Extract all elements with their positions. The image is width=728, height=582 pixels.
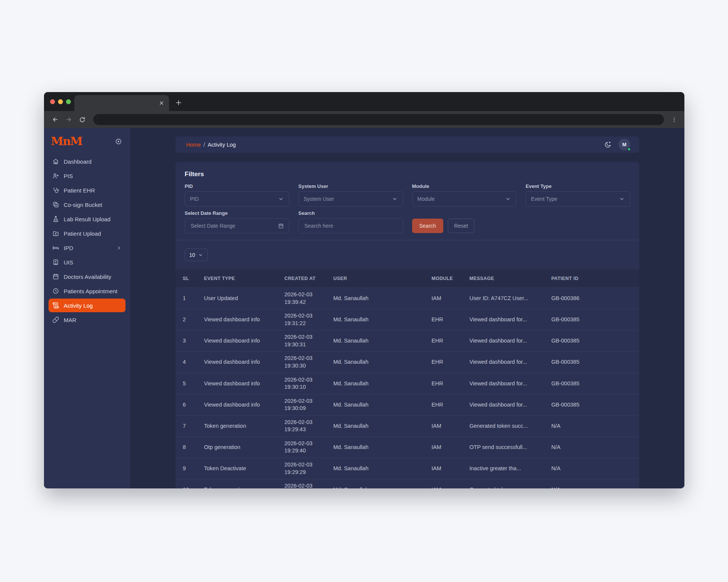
created-time: 19:30:31	[284, 341, 329, 349]
created-date: 2026-02-03	[284, 397, 329, 405]
created-date: 2026-02-03	[284, 461, 329, 469]
module-select[interactable]: Module	[412, 191, 517, 207]
bed-icon	[52, 244, 59, 251]
sidebar-item-ipd[interactable]: IPD	[49, 241, 126, 255]
cell-module: IAM	[431, 436, 469, 458]
system-user-select[interactable]: System User	[298, 191, 403, 207]
date-range-input[interactable]	[185, 218, 289, 233]
browser-menu-button[interactable]	[669, 115, 679, 125]
cell-module: IAM	[431, 479, 469, 488]
breadcrumb: Home / Activity Log	[186, 142, 236, 148]
search-input-text[interactable]	[304, 222, 398, 229]
flask-icon	[52, 216, 59, 222]
chevron-down-icon	[392, 196, 398, 202]
column-header-message: MESSAGE	[469, 269, 551, 288]
event-type-select-value: Event Type	[531, 196, 616, 202]
cell-message: Viewed dashboard for...	[469, 352, 551, 373]
sidebar-item-label: IPD	[64, 245, 73, 251]
created-date: 2026-02-03	[284, 355, 329, 362]
created-date: 2026-02-03	[284, 376, 329, 384]
cell-module: EHR	[431, 373, 469, 394]
cell-patient-id: GB-000385	[551, 394, 639, 415]
new-tab-button[interactable]	[173, 97, 184, 108]
sidebar-item-label: Activity Log	[64, 302, 93, 309]
sidebar-item-label: MAR	[64, 317, 76, 323]
cell-created-at: 2026-02-0319:30:09	[284, 394, 333, 415]
cell-event-type: Token generation	[204, 479, 284, 488]
column-header-module: MODULE	[431, 269, 469, 288]
search-input[interactable]	[298, 218, 403, 233]
column-header-created-at: CREATED AT	[284, 269, 333, 288]
cell-user: Md. Sanaullah	[333, 458, 431, 479]
cell-sl: 2	[176, 309, 204, 330]
forward-button[interactable]	[63, 114, 74, 125]
sidebar-item-lab-result-upload[interactable]: Lab Result Upload	[49, 212, 126, 226]
event-type-select[interactable]: Event Type	[526, 191, 630, 207]
sidebar-item-mar[interactable]: MAR	[49, 313, 126, 327]
page-size-select[interactable]: 10	[185, 249, 208, 261]
cell-sl: 7	[176, 415, 204, 436]
sidebar-item-dashboard[interactable]: Dashboard	[49, 155, 126, 168]
online-status-dot	[627, 147, 631, 151]
cell-event-type: Viewed dashboard info	[204, 352, 284, 373]
back-button[interactable]	[49, 114, 61, 125]
sidebar-item-doctors-availability[interactable]: Doctors Availability	[49, 270, 126, 283]
avatar[interactable]: M	[618, 139, 630, 150]
sidebar-item-activity-log[interactable]: Activity Log	[49, 299, 126, 312]
sidebar-item-co-sign-bucket[interactable]: Co-sign Bucket	[49, 198, 126, 211]
topbar-actions: M	[604, 139, 630, 150]
date-range-input-text[interactable]	[190, 222, 275, 229]
system-user-select-value: System User	[304, 196, 389, 202]
sidebar-item-patients-appointment[interactable]: Patients Appointment	[49, 284, 126, 298]
cell-sl: 9	[176, 458, 204, 479]
sidebar-item-pis[interactable]: PIS	[49, 169, 126, 183]
cell-sl: 8	[176, 436, 204, 458]
calendar-icon	[52, 273, 59, 280]
pagesize-row: 10	[176, 240, 639, 269]
reset-button[interactable]: Reset	[448, 219, 475, 233]
cell-module: IAM	[431, 415, 469, 436]
sidebar-toggle-button[interactable]	[114, 137, 122, 146]
sidebar-item-label: Doctors Availability	[64, 274, 111, 280]
activity-log-table: SLEVENT TYPECREATED ATUSERMODULEMESSAGEP…	[176, 269, 639, 488]
pid-field: PIDPID	[185, 183, 289, 207]
cell-patient-id: N/A	[551, 415, 639, 436]
theme-toggle-moon-icon[interactable]	[604, 141, 612, 149]
copy-check-icon	[52, 201, 59, 208]
cell-created-at: 2026-02-0319:30:10	[284, 373, 333, 394]
sidebar-nav: DashboardPISPatient EHRCo-sign BucketLab…	[49, 155, 126, 327]
address-bar[interactable]	[93, 114, 664, 125]
window-minimize-button[interactable]	[58, 99, 63, 104]
cell-message: Generated token succ...	[469, 415, 551, 436]
pid-select[interactable]: PID	[185, 191, 289, 207]
created-time: 19:39:42	[284, 299, 329, 306]
cell-patient-id: N/A	[551, 458, 639, 479]
cell-sl: 6	[176, 394, 204, 415]
sidebar-item-label: Dashboard	[64, 158, 91, 165]
window-close-button[interactable]	[50, 99, 55, 104]
reload-button[interactable]	[77, 114, 88, 125]
tab-close-icon[interactable]	[159, 100, 164, 106]
cell-patient-id: GB-000385	[551, 309, 639, 330]
created-time: 19:30:30	[284, 362, 329, 370]
sidebar-item-uis[interactable]: UIS	[49, 255, 126, 269]
created-date: 2026-02-03	[284, 333, 329, 341]
cell-created-at: 2026-02-0319:29:43	[284, 415, 333, 436]
browser-tab[interactable]	[74, 95, 169, 111]
cell-event-type: Viewed dashboard info	[204, 373, 284, 394]
folder-up-icon	[52, 230, 59, 237]
sidebar-item-patient-ehr[interactable]: Patient EHR	[49, 183, 126, 197]
cell-created-at: 2026-02-0319:29:40	[284, 436, 333, 458]
cell-message: Generated token succ...	[469, 479, 551, 488]
window-maximize-button[interactable]	[66, 99, 71, 104]
pill-icon	[52, 316, 59, 323]
stethoscope-icon	[52, 187, 59, 194]
cell-patient-id: GB-000386	[551, 288, 639, 309]
sidebar: MnM DashboardPISPatient EHRCo-sign Bucke…	[44, 128, 130, 488]
cell-module: EHR	[431, 352, 469, 373]
search-button[interactable]: Search	[412, 219, 443, 233]
created-time: 19:29:43	[284, 426, 329, 433]
sidebar-item-patient-upload[interactable]: Patient Upload	[49, 227, 126, 240]
breadcrumb-home-link[interactable]: Home	[186, 142, 201, 148]
table-row: 8Otp generation2026-02-0319:29:40Md. San…	[176, 436, 639, 458]
